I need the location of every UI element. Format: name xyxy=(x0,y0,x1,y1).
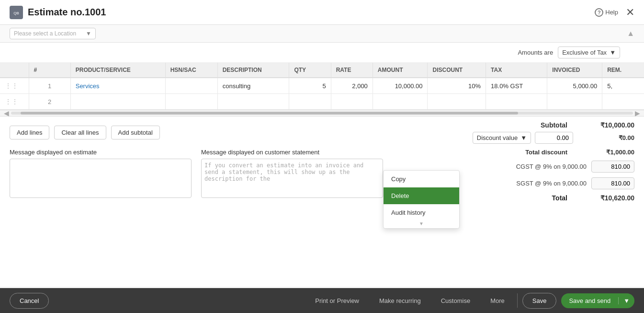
col-num: # xyxy=(29,63,70,78)
location-dropdown-arrow: ▼ xyxy=(86,30,91,37)
print-preview-button[interactable]: Print or Preview xyxy=(307,293,367,308)
app-logo: QB xyxy=(10,6,23,19)
row-rem xyxy=(602,94,644,110)
row-amount: 10,000.00 xyxy=(373,78,428,94)
header-right: ? Help ✕ xyxy=(595,7,634,18)
total-discount-value: ₹1,000.00 xyxy=(577,149,634,156)
scrollbar-thumb[interactable] xyxy=(21,112,518,115)
total-label: Total xyxy=(552,194,567,202)
row-rate[interactable] xyxy=(331,94,373,110)
sgst-value-input[interactable] xyxy=(591,177,634,189)
estimate-message-input[interactable] xyxy=(10,159,192,198)
discount-zero-value: ₹0.00 xyxy=(577,134,634,141)
table-container: # PRODUCT/SERVICE HSN/SAC DESCRIPTION QT… xyxy=(0,63,644,116)
more-button[interactable]: More xyxy=(483,293,512,308)
footer: Cancel Print or Preview Make recurring C… xyxy=(0,288,644,313)
context-menu-copy[interactable]: Copy xyxy=(384,171,459,187)
help-label: Help xyxy=(605,9,618,16)
customise-button[interactable]: Customise xyxy=(433,293,478,308)
row-drag: ⋮⋮ xyxy=(0,94,29,110)
col-desc: DESCRIPTION xyxy=(217,63,289,78)
context-menu-delete[interactable]: Delete xyxy=(384,187,459,204)
context-menu-arrow-icon: ▼ xyxy=(384,221,459,228)
scrollbar-track[interactable] xyxy=(11,112,633,115)
col-rem: REM. xyxy=(602,63,644,78)
amounts-option: Exclusive of Tax xyxy=(562,49,607,56)
col-hsn: HSN/SAC xyxy=(165,63,217,78)
row-rem: 5, xyxy=(602,78,644,94)
discount-type-label: Discount value xyxy=(477,134,518,141)
col-product: PRODUCT/SERVICE xyxy=(70,63,165,78)
drag-handle-icon[interactable]: ⋮⋮ xyxy=(5,98,18,105)
scroll-left-arrow[interactable]: ◀ xyxy=(2,109,11,116)
save-and-send-label: Save and send xyxy=(561,297,618,304)
location-dropdown[interactable]: Please select a Location ▼ xyxy=(10,28,96,39)
context-menu-audit[interactable]: Audit history xyxy=(384,204,459,221)
amounts-dropdown[interactable]: Exclusive of Tax ▼ xyxy=(558,46,620,58)
row-rate[interactable]: 2,000 xyxy=(331,78,373,94)
col-tax: TAX xyxy=(486,63,547,78)
close-button[interactable]: ✕ xyxy=(626,7,634,18)
footer-divider xyxy=(517,293,518,308)
cancel-button[interactable]: Cancel xyxy=(10,293,49,309)
col-qty: QTY xyxy=(289,63,331,78)
col-invoiced: INVOICED xyxy=(547,63,602,78)
row-product[interactable]: Services xyxy=(70,78,165,94)
summary-section: Message displayed on estimate Message di… xyxy=(0,149,644,207)
amounts-row: Amounts are Exclusive of Tax ▼ xyxy=(0,43,644,63)
row-number: 1 xyxy=(29,78,70,94)
context-menu: Copy Delete Audit history ▼ xyxy=(383,170,460,229)
scroll-up-arrow[interactable]: ▲ xyxy=(627,29,634,38)
col-drag xyxy=(0,63,29,78)
row-product[interactable] xyxy=(70,94,165,110)
table-header-row: # PRODUCT/SERVICE HSN/SAC DESCRIPTION QT… xyxy=(0,63,644,78)
row-hsn[interactable] xyxy=(165,94,217,110)
row-invoiced xyxy=(547,94,602,110)
col-amount: AMOUNT xyxy=(373,63,428,78)
row-discount[interactable] xyxy=(428,94,486,110)
add-subtotal-button[interactable]: Add subtotal xyxy=(111,126,160,139)
row-description[interactable]: consulting xyxy=(217,78,289,94)
header-left: QB Estimate no.1001 xyxy=(10,6,106,19)
make-recurring-button[interactable]: Make recurring xyxy=(372,293,429,308)
estimate-message-label: Message displayed on estimate xyxy=(10,149,192,156)
help-button[interactable]: ? Help xyxy=(595,8,618,17)
table-row: ⋮⋮ 1 Services consulting 5 2,000 10,000.… xyxy=(0,78,644,94)
row-hsn[interactable] xyxy=(165,78,217,94)
svg-text:QB: QB xyxy=(13,11,19,15)
clear-all-lines-button[interactable]: Clear all lines xyxy=(54,126,106,139)
save-button[interactable]: Save xyxy=(522,293,557,309)
cgst-value-input[interactable] xyxy=(591,161,634,173)
scroll-right-arrow[interactable]: ▶ xyxy=(633,109,642,116)
discount-row: Discount value ▼ ₹0.00 xyxy=(443,132,634,144)
row-number: 2 xyxy=(29,94,70,110)
total-discount-row: Total discount ₹1,000.00 xyxy=(393,149,634,156)
subtotal-label: Subtotal xyxy=(541,121,567,129)
help-icon: ? xyxy=(595,8,603,17)
row-tax[interactable] xyxy=(486,94,547,110)
save-and-send-button[interactable]: Save and send ▼ xyxy=(561,293,634,308)
row-description[interactable] xyxy=(217,94,289,110)
total-discount-label: Total discount xyxy=(525,149,567,156)
discount-value-input[interactable] xyxy=(535,132,573,144)
save-and-send-arrow-icon[interactable]: ▼ xyxy=(618,297,634,304)
table-row: ⋮⋮ 2 xyxy=(0,94,644,110)
cgst-label: CGST @ 9% on 9,000.00 xyxy=(393,163,587,170)
row-tax[interactable]: 18.0% GST xyxy=(486,78,547,94)
total-value: ₹10,620.00 xyxy=(577,194,634,202)
row-qty[interactable] xyxy=(289,94,331,110)
row-discount[interactable]: 10% xyxy=(428,78,486,94)
drag-handle-icon[interactable]: ⋮⋮ xyxy=(5,82,18,90)
header: QB Estimate no.1001 ? Help ✕ xyxy=(0,0,644,25)
message-statement-area: Message displayed on customer statement … xyxy=(201,149,383,202)
horizontal-scrollbar[interactable]: ◀ ▶ xyxy=(0,110,644,116)
discount-dropdown-arrow: ▼ xyxy=(520,134,527,141)
discount-type-dropdown[interactable]: Discount value ▼ xyxy=(473,132,531,144)
row-qty[interactable]: 5 xyxy=(289,78,331,94)
amounts-label: Amounts are xyxy=(518,49,553,56)
subtotal-value: ₹10,000.00 xyxy=(577,121,634,129)
page-title: Estimate no.1001 xyxy=(28,7,106,18)
statement-message-input[interactable]: If you convert an estimate into an invoi… xyxy=(201,159,383,198)
location-placeholder: Please select a Location xyxy=(14,30,76,37)
add-lines-button[interactable]: Add lines xyxy=(10,126,49,139)
